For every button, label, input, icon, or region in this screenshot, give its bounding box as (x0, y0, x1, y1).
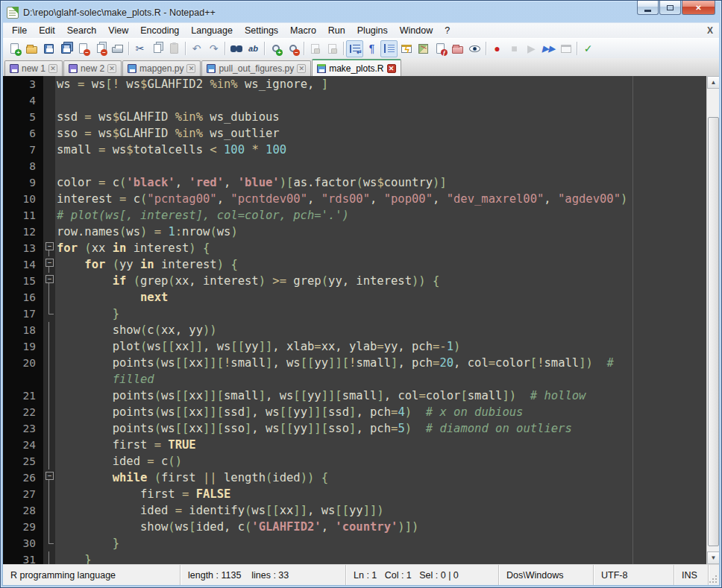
code-text[interactable]: ws = ws[! ws$GLAHFID2 %in% ws_ignore, ] (55, 76, 706, 92)
print-icon[interactable] (109, 40, 126, 57)
menu-item-language[interactable]: Language (185, 24, 239, 37)
tab-new-1[interactable]: new 1✕ (4, 60, 63, 76)
menu-item-run[interactable]: Run (322, 24, 351, 37)
copy-icon[interactable] (148, 40, 166, 57)
code-line[interactable]: 26 while (first || length(ided)) { (3, 470, 706, 486)
code-line[interactable]: 30 } (3, 535, 706, 551)
code-line[interactable]: 24 first = TRUE (3, 437, 706, 453)
resize-grip[interactable] (709, 575, 718, 584)
tab-make-plots-r[interactable]: make_plots.R✕ (312, 59, 401, 76)
code-text[interactable]: show(ws[ided, c('GLAHFID2', 'country')]) (55, 519, 706, 535)
fold-collapse-marker[interactable] (43, 256, 55, 273)
code-line[interactable]: 21 points(ws[[xx]][small], ws[[yy]][smal… (3, 388, 706, 404)
vertical-scrollbar[interactable]: ▲ ▼ (706, 76, 719, 564)
menu-item-macro[interactable]: Macro (284, 24, 322, 37)
tab-pull-out-figures-py[interactable]: pull_out_figures.py✕ (201, 60, 311, 76)
editor-pane[interactable]: 3ws = ws[! ws$GLAHFID2 %in% ws_ignore, ]… (3, 76, 719, 564)
menubar-close-doc-icon[interactable]: X (707, 25, 713, 36)
new-file-icon[interactable]: + (6, 40, 23, 57)
redo-icon[interactable]: ↷ (205, 40, 222, 57)
code-line[interactable]: 9color = c('black', 'red', 'blue')[as.fa… (3, 174, 706, 191)
tab-close-icon[interactable]: ✕ (48, 64, 57, 73)
code-text[interactable]: if (grep(xx, interest) >= grep(yy, inter… (55, 273, 706, 289)
code-line[interactable]: 19 plot(ws[[xx]], ws[[yy]], xlab=xx, yla… (3, 338, 706, 355)
code-text[interactable] (55, 158, 706, 174)
code-line[interactable]: 8 (3, 158, 706, 174)
replace-icon[interactable]: ab (245, 40, 262, 57)
fold-collapse-marker[interactable] (43, 273, 55, 289)
scroll-up-arrow[interactable]: ▲ (707, 76, 719, 89)
scroll-down-arrow[interactable]: ▼ (707, 551, 719, 564)
tab-close-icon[interactable]: ✕ (107, 64, 116, 73)
code-text[interactable] (55, 92, 706, 109)
code-text[interactable]: color = c('black', 'red', 'blue')[as.fac… (55, 174, 706, 191)
code-area[interactable]: 3ws = ws[! ws$GLAHFID2 %in% ws_ignore, ]… (3, 76, 706, 564)
menu-item-window[interactable]: Window (394, 24, 439, 37)
code-text[interactable]: first = FALSE (55, 486, 706, 502)
tab-mapgen-py[interactable]: mapgen.py✕ (122, 60, 201, 76)
code-line[interactable]: 22 points(ws[[xx]][ssd], ws[[yy]][ssd], … (3, 404, 706, 420)
code-line[interactable]: 14 for (yy in interest) { (3, 256, 706, 273)
spell-check-icon[interactable]: ✓ (580, 40, 597, 57)
code-text[interactable]: plot(ws[[xx]], ws[[yy]], xlab=xx, ylab=y… (55, 338, 706, 355)
code-line[interactable]: 5ssd = ws$GLAHFID %in% ws_dubious (3, 109, 706, 125)
code-line[interactable]: 27 first = FALSE (3, 486, 706, 502)
close-file-icon[interactable]: − (75, 40, 92, 57)
fold-collapse-marker[interactable] (43, 470, 55, 486)
code-line[interactable]: 10interest = c("pcntag00", "pcntdev00", … (3, 191, 706, 207)
save-all-icon[interactable] (57, 40, 75, 57)
tab-close-icon[interactable]: ✕ (387, 64, 396, 73)
menu-item-edit[interactable]: Edit (33, 24, 61, 37)
code-text[interactable]: } (55, 551, 706, 564)
code-line[interactable]: 20 points(ws[[xx]][!small], ws[[yy]][!sm… (3, 355, 706, 371)
zoom-in-icon[interactable]: + (267, 40, 284, 57)
code-text[interactable]: ssd = ws$GLAHFID %in% ws_dubious (55, 109, 706, 125)
fold-collapse-marker[interactable] (43, 240, 55, 256)
paste-icon[interactable] (166, 40, 183, 57)
code-line[interactable]: filled (3, 371, 706, 388)
code-text[interactable]: points(ws[[xx]][!small], ws[[yy]][!small… (55, 355, 706, 371)
zoom-out-icon[interactable]: − (284, 40, 301, 57)
code-text[interactable]: points(ws[[xx]][sso], ws[[yy]][sso], pch… (55, 420, 706, 437)
minimize-button[interactable] (637, 1, 659, 15)
title-bar[interactable]: D:\repo\glahf-solec\make_plots.R - Notep… (1, 1, 721, 22)
code-line[interactable]: 31 } (3, 551, 706, 564)
indent-guide-icon[interactable] (380, 40, 398, 57)
code-text[interactable]: small = ws$totalcells < 100 * 100 (55, 142, 706, 158)
code-text[interactable]: row.names(ws) = 1:nrow(ws) (55, 224, 706, 240)
close-all-icon[interactable]: − (92, 40, 109, 57)
maximize-button[interactable] (659, 1, 681, 15)
code-line[interactable]: 15 if (grep(xx, interest) >= grep(yy, in… (3, 273, 706, 289)
user-defined-language-icon[interactable] (398, 40, 415, 57)
save-icon[interactable] (40, 40, 57, 57)
code-line[interactable]: 17 } (3, 306, 706, 322)
code-text[interactable]: for (xx in interest) { (55, 240, 706, 256)
close-button[interactable]: ✕ (682, 1, 715, 15)
sync-horizontal-icon[interactable] (324, 40, 341, 57)
macro-play-icon[interactable]: ▶ (523, 40, 540, 57)
tab-new-2[interactable]: new 2✕ (63, 60, 122, 76)
file-monitoring-icon[interactable] (466, 40, 483, 57)
code-text[interactable]: interest = c("pcntag00", "pcntdev00", "r… (55, 191, 706, 207)
open-file-icon[interactable] (23, 40, 40, 57)
code-line[interactable]: 29 show(ws[ided, c('GLAHFID2', 'country'… (3, 519, 706, 535)
macro-record-icon[interactable]: ● (489, 40, 506, 57)
function-list-icon[interactable]: ƒ (432, 40, 449, 57)
code-text[interactable]: for (yy in interest) { (55, 256, 706, 273)
code-text[interactable]: ided = identify(ws[[xx]], ws[[yy]]) (55, 502, 706, 519)
code-line[interactable]: 7small = ws$totalcells < 100 * 100 (3, 142, 706, 158)
tab-close-icon[interactable]: ✕ (186, 64, 195, 73)
code-text[interactable]: show(c(xx, yy)) (55, 322, 706, 338)
sync-vertical-icon[interactable] (307, 40, 324, 57)
code-line[interactable]: 16 next (3, 289, 706, 306)
tab-close-icon[interactable]: ✕ (297, 64, 306, 73)
menu-item-[interactable]: ? (439, 24, 456, 37)
code-text[interactable]: filled (55, 371, 706, 388)
menu-item-encoding[interactable]: Encoding (134, 24, 185, 37)
code-text[interactable]: next (55, 289, 706, 306)
code-text[interactable]: } (55, 306, 706, 322)
menu-item-settings[interactable]: Settings (239, 24, 284, 37)
show-all-characters-icon[interactable]: ¶ (363, 40, 380, 57)
find-icon[interactable] (227, 40, 245, 57)
code-text[interactable]: } (55, 535, 706, 551)
